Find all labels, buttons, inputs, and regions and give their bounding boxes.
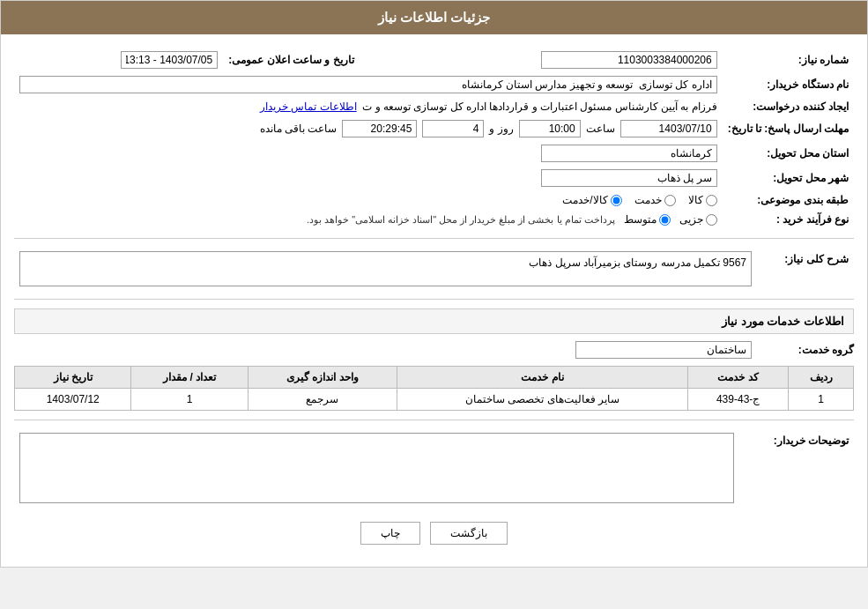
- mohlat-time-input[interactable]: [519, 120, 581, 137]
- mottavasset-option[interactable]: متوسط: [624, 213, 671, 226]
- tozihat-table: توضیحات خریدار:: [14, 429, 854, 509]
- tozihat-textarea[interactable]: [19, 433, 734, 503]
- col-tedad: تعداد / مقدار: [131, 367, 248, 389]
- shomara-niaz-label: شماره نیاز:: [723, 48, 854, 72]
- jozii-radio[interactable]: [706, 214, 717, 226]
- mohlat-roz-label: روز و: [489, 123, 513, 135]
- mohlat-roz-input[interactable]: [422, 120, 484, 137]
- jozii-option[interactable]: جزیی: [679, 213, 717, 226]
- khedmat-option[interactable]: خدمت: [634, 194, 676, 206]
- shahr-input[interactable]: [541, 169, 717, 187]
- grooh-row: گروه خدمت:: [14, 341, 854, 359]
- ijad-link[interactable]: اطلاعات تماس خریدار: [260, 100, 357, 113]
- ijad-text: فرزام به آیین کارشناس مسئول اعتبارات و ق…: [362, 100, 716, 113]
- kala-radio[interactable]: [706, 195, 717, 206]
- divider-1: [14, 238, 854, 239]
- khadamat-section-title: اطلاعات خدمات مورد نیاز: [14, 308, 854, 334]
- cell-vahed: سرجمع: [248, 389, 397, 411]
- ostan-label: استان محل تحویل:: [723, 141, 854, 166]
- print-button[interactable]: چاپ: [360, 522, 420, 545]
- kala-khedmat-label: کالا/خدمت: [562, 194, 607, 206]
- col-radif: ردیف: [789, 367, 854, 389]
- ijad-label: ایجاد کننده درخواست:: [723, 97, 854, 116]
- cell-kod: ج-43-439: [688, 389, 789, 411]
- table-row: 1ج-43-439سایر فعالیت‌های تخصصی ساختمانسر…: [15, 389, 854, 411]
- col-vahed: واحد اندازه گیری: [248, 367, 397, 389]
- sharh-table: شرح کلی نیاز: 9567 تکمیل مدرسه روستای بز…: [14, 248, 854, 290]
- mohlat-mande-input[interactable]: [342, 120, 417, 137]
- nooe-farayand-label: نوع فرآیند خرید :: [723, 210, 854, 229]
- grooh-label: گروه خدمت:: [757, 344, 854, 356]
- tabaqa-label: طبقه بندی موضوعی:: [723, 190, 854, 210]
- name-dasgah-label: نام دستگاه خریدار:: [723, 72, 854, 97]
- cell-radif: 1: [789, 389, 854, 411]
- page-title: جزئیات اطلاعات نیاز: [378, 10, 490, 25]
- khedmat-radio[interactable]: [664, 195, 676, 206]
- mohlat-label: مهلت ارسال پاسخ: تا تاریخ:: [723, 116, 854, 141]
- ostan-input[interactable]: [541, 145, 717, 162]
- divider-2: [14, 299, 854, 300]
- col-kod: کد خدمت: [688, 367, 789, 389]
- kala-label: کالا: [688, 194, 703, 206]
- shomara-niaz-input[interactable]: [541, 51, 717, 69]
- cell-nam: سایر فعالیت‌های تخصصی ساختمان: [397, 389, 688, 411]
- back-button[interactable]: بازگشت: [430, 522, 508, 545]
- divider-3: [14, 420, 854, 420]
- button-group: بازگشت چاپ: [14, 509, 854, 553]
- tozihat-label: توضیحات خریدار:: [739, 429, 854, 509]
- mohlat-time-label: ساعت: [586, 123, 615, 135]
- sharh-label: شرح کلی نیاز:: [757, 248, 854, 290]
- mottavasset-label: متوسط: [624, 213, 657, 226]
- jozii-label: جزیی: [679, 213, 703, 226]
- kala-option[interactable]: کالا: [688, 194, 717, 206]
- col-tarikh: تاریخ نیاز: [15, 367, 131, 389]
- col-nam: نام خدمت: [397, 367, 688, 389]
- nooe-text: پرداخت تمام یا بخشی از مبلغ خریدار از مح…: [307, 214, 615, 226]
- grooh-input[interactable]: [575, 341, 752, 359]
- mohlat-mande-label: ساعت باقی مانده: [260, 123, 338, 135]
- kala-khedmat-option[interactable]: کالا/خدمت: [562, 194, 621, 206]
- khedmat-label: خدمت: [634, 194, 662, 206]
- services-table: ردیف کد خدمت نام خدمت واحد اندازه گیری ت…: [14, 366, 854, 411]
- tarikh-input[interactable]: [121, 51, 218, 69]
- mottavasset-radio[interactable]: [659, 214, 671, 226]
- kala-khedmat-radio[interactable]: [611, 195, 622, 206]
- cell-tedad: 1: [131, 389, 248, 411]
- cell-tarikh: 1403/07/12: [15, 389, 131, 411]
- mohlat-date-input[interactable]: [620, 120, 717, 137]
- sharh-box: 9567 تکمیل مدرسه روستای بزمیرآباد سرپل ذ…: [19, 251, 752, 286]
- name-dasgah-input[interactable]: [19, 76, 717, 93]
- page-header: جزئیات اطلاعات نیاز: [1, 1, 867, 34]
- sharh-value: 9567 تکمیل مدرسه روستای بزمیرآباد سرپل ذ…: [529, 256, 746, 269]
- tarikh-label: تاریخ و ساعت اعلان عمومی:: [223, 48, 359, 72]
- shahr-label: شهر محل تحویل:: [723, 166, 854, 190]
- info-table: شماره نیاز: تاریخ و ساعت اعلان عمومی: نا…: [14, 48, 854, 229]
